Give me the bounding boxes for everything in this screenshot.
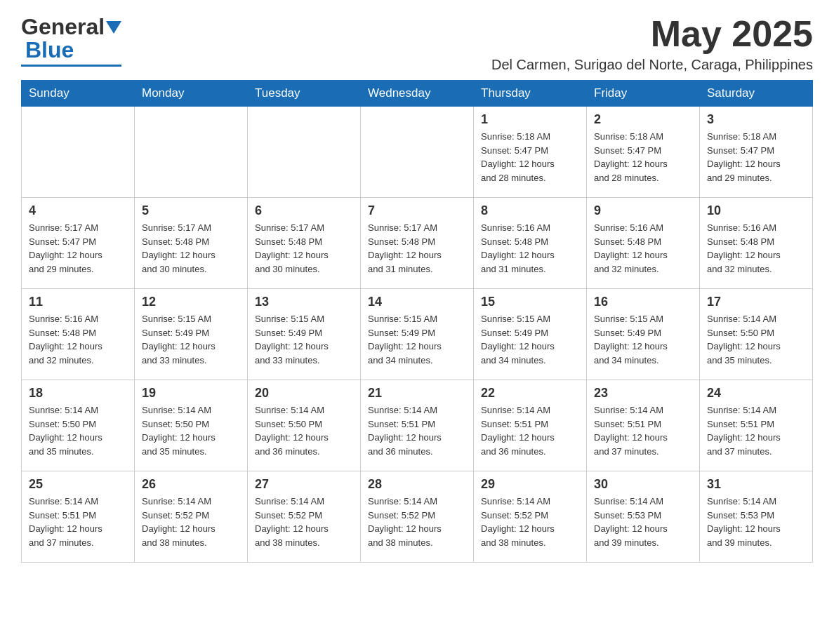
calendar-cell: 2Sunrise: 5:18 AMSunset: 5:47 PMDaylight… bbox=[587, 107, 700, 198]
calendar-cell bbox=[135, 107, 248, 198]
day-info: Sunrise: 5:14 AMSunset: 5:50 PMDaylight:… bbox=[142, 403, 240, 458]
day-number: 29 bbox=[481, 477, 579, 492]
calendar-cell: 21Sunrise: 5:14 AMSunset: 5:51 PMDayligh… bbox=[361, 380, 474, 471]
day-info: Sunrise: 5:17 AMSunset: 5:48 PMDaylight:… bbox=[255, 221, 353, 276]
calendar-header-row: SundayMondayTuesdayWednesdayThursdayFrid… bbox=[22, 81, 813, 107]
day-info: Sunrise: 5:14 AMSunset: 5:51 PMDaylight:… bbox=[368, 403, 466, 458]
day-info: Sunrise: 5:14 AMSunset: 5:52 PMDaylight:… bbox=[368, 495, 466, 549]
day-info: Sunrise: 5:16 AMSunset: 5:48 PMDaylight:… bbox=[29, 312, 127, 367]
day-number: 11 bbox=[29, 295, 127, 309]
day-number: 13 bbox=[255, 295, 353, 309]
day-number: 25 bbox=[29, 477, 127, 492]
calendar-cell: 16Sunrise: 5:15 AMSunset: 5:49 PMDayligh… bbox=[587, 289, 700, 380]
calendar-body: 1Sunrise: 5:18 AMSunset: 5:47 PMDaylight… bbox=[22, 107, 813, 563]
day-info: Sunrise: 5:18 AMSunset: 5:47 PMDaylight:… bbox=[481, 130, 579, 185]
day-number: 19 bbox=[142, 386, 240, 401]
day-info: Sunrise: 5:17 AMSunset: 5:48 PMDaylight:… bbox=[142, 221, 240, 276]
day-number: 15 bbox=[481, 295, 579, 309]
logo-general-text: General bbox=[21, 14, 105, 40]
calendar-day-header: Friday bbox=[587, 81, 700, 107]
calendar-week-row: 4Sunrise: 5:17 AMSunset: 5:47 PMDaylight… bbox=[22, 198, 813, 289]
calendar-cell: 10Sunrise: 5:16 AMSunset: 5:48 PMDayligh… bbox=[700, 198, 813, 289]
day-number: 6 bbox=[255, 203, 353, 218]
day-info: Sunrise: 5:14 AMSunset: 5:52 PMDaylight:… bbox=[142, 495, 240, 549]
day-number: 31 bbox=[707, 477, 805, 492]
day-info: Sunrise: 5:14 AMSunset: 5:52 PMDaylight:… bbox=[481, 495, 579, 549]
calendar-cell: 28Sunrise: 5:14 AMSunset: 5:52 PMDayligh… bbox=[361, 471, 474, 563]
day-info: Sunrise: 5:16 AMSunset: 5:48 PMDaylight:… bbox=[707, 221, 805, 276]
calendar-week-row: 25Sunrise: 5:14 AMSunset: 5:51 PMDayligh… bbox=[22, 471, 813, 563]
day-info: Sunrise: 5:14 AMSunset: 5:51 PMDaylight:… bbox=[29, 495, 127, 549]
calendar-week-row: 1Sunrise: 5:18 AMSunset: 5:47 PMDaylight… bbox=[22, 107, 813, 198]
calendar-cell: 11Sunrise: 5:16 AMSunset: 5:48 PMDayligh… bbox=[22, 289, 135, 380]
calendar-day-header: Thursday bbox=[474, 81, 587, 107]
calendar-cell: 6Sunrise: 5:17 AMSunset: 5:48 PMDaylight… bbox=[248, 198, 361, 289]
day-number: 7 bbox=[368, 203, 466, 218]
svg-marker-0 bbox=[106, 21, 121, 34]
calendar-cell: 5Sunrise: 5:17 AMSunset: 5:48 PMDaylight… bbox=[135, 198, 248, 289]
day-number: 27 bbox=[255, 477, 353, 492]
calendar-cell: 1Sunrise: 5:18 AMSunset: 5:47 PMDaylight… bbox=[474, 107, 587, 198]
logo: General Blue bbox=[21, 14, 121, 67]
calendar-cell: 4Sunrise: 5:17 AMSunset: 5:47 PMDaylight… bbox=[22, 198, 135, 289]
calendar-cell: 25Sunrise: 5:14 AMSunset: 5:51 PMDayligh… bbox=[22, 471, 135, 563]
day-number: 8 bbox=[481, 203, 579, 218]
day-number: 1 bbox=[481, 112, 579, 127]
calendar-cell: 13Sunrise: 5:15 AMSunset: 5:49 PMDayligh… bbox=[248, 289, 361, 380]
day-info: Sunrise: 5:14 AMSunset: 5:50 PMDaylight:… bbox=[255, 403, 353, 458]
page-header: General Blue May 2025 Del Carmen, Suriga… bbox=[21, 14, 813, 73]
day-info: Sunrise: 5:15 AMSunset: 5:49 PMDaylight:… bbox=[594, 312, 692, 367]
day-number: 2 bbox=[594, 112, 692, 127]
calendar-cell: 27Sunrise: 5:14 AMSunset: 5:52 PMDayligh… bbox=[248, 471, 361, 563]
calendar-cell: 17Sunrise: 5:14 AMSunset: 5:50 PMDayligh… bbox=[700, 289, 813, 380]
day-number: 10 bbox=[707, 203, 805, 218]
day-info: Sunrise: 5:15 AMSunset: 5:49 PMDaylight:… bbox=[481, 312, 579, 367]
day-info: Sunrise: 5:18 AMSunset: 5:47 PMDaylight:… bbox=[707, 130, 805, 185]
day-number: 21 bbox=[368, 386, 466, 401]
day-number: 9 bbox=[594, 203, 692, 218]
day-info: Sunrise: 5:14 AMSunset: 5:50 PMDaylight:… bbox=[707, 312, 805, 367]
calendar-cell: 29Sunrise: 5:14 AMSunset: 5:52 PMDayligh… bbox=[474, 471, 587, 563]
calendar-day-header: Monday bbox=[135, 81, 248, 107]
day-info: Sunrise: 5:14 AMSunset: 5:53 PMDaylight:… bbox=[594, 495, 692, 549]
calendar-day-header: Wednesday bbox=[361, 81, 474, 107]
calendar-cell: 7Sunrise: 5:17 AMSunset: 5:48 PMDaylight… bbox=[361, 198, 474, 289]
calendar-cell: 8Sunrise: 5:16 AMSunset: 5:48 PMDaylight… bbox=[474, 198, 587, 289]
day-number: 23 bbox=[594, 386, 692, 401]
main-title: May 2025 bbox=[491, 14, 813, 54]
calendar-cell bbox=[361, 107, 474, 198]
calendar-table: SundayMondayTuesdayWednesdayThursdayFrid… bbox=[21, 80, 813, 563]
day-number: 22 bbox=[481, 386, 579, 401]
calendar-cell: 30Sunrise: 5:14 AMSunset: 5:53 PMDayligh… bbox=[587, 471, 700, 563]
day-info: Sunrise: 5:18 AMSunset: 5:47 PMDaylight:… bbox=[594, 130, 692, 185]
day-info: Sunrise: 5:14 AMSunset: 5:52 PMDaylight:… bbox=[255, 495, 353, 549]
calendar-cell: 24Sunrise: 5:14 AMSunset: 5:51 PMDayligh… bbox=[700, 380, 813, 471]
day-info: Sunrise: 5:14 AMSunset: 5:53 PMDaylight:… bbox=[707, 495, 805, 549]
day-info: Sunrise: 5:15 AMSunset: 5:49 PMDaylight:… bbox=[368, 312, 466, 367]
day-info: Sunrise: 5:14 AMSunset: 5:51 PMDaylight:… bbox=[594, 403, 692, 458]
day-info: Sunrise: 5:16 AMSunset: 5:48 PMDaylight:… bbox=[481, 221, 579, 276]
calendar-cell: 19Sunrise: 5:14 AMSunset: 5:50 PMDayligh… bbox=[135, 380, 248, 471]
day-info: Sunrise: 5:17 AMSunset: 5:48 PMDaylight:… bbox=[368, 221, 466, 276]
day-number: 5 bbox=[142, 203, 240, 218]
calendar-header: SundayMondayTuesdayWednesdayThursdayFrid… bbox=[22, 81, 813, 107]
day-number: 3 bbox=[707, 112, 805, 127]
day-info: Sunrise: 5:14 AMSunset: 5:51 PMDaylight:… bbox=[481, 403, 579, 458]
calendar-cell bbox=[22, 107, 135, 198]
day-number: 24 bbox=[707, 386, 805, 401]
calendar-cell: 31Sunrise: 5:14 AMSunset: 5:53 PMDayligh… bbox=[700, 471, 813, 563]
day-number: 4 bbox=[29, 203, 127, 218]
calendar-cell: 22Sunrise: 5:14 AMSunset: 5:51 PMDayligh… bbox=[474, 380, 587, 471]
day-number: 18 bbox=[29, 386, 127, 401]
day-info: Sunrise: 5:14 AMSunset: 5:50 PMDaylight:… bbox=[29, 403, 127, 458]
day-number: 16 bbox=[594, 295, 692, 309]
calendar-day-header: Sunday bbox=[22, 81, 135, 107]
logo-blue-text: Blue bbox=[25, 37, 74, 63]
title-section: May 2025 Del Carmen, Surigao del Norte, … bbox=[491, 14, 813, 73]
day-number: 17 bbox=[707, 295, 805, 309]
day-info: Sunrise: 5:15 AMSunset: 5:49 PMDaylight:… bbox=[142, 312, 240, 367]
day-info: Sunrise: 5:17 AMSunset: 5:47 PMDaylight:… bbox=[29, 221, 127, 276]
calendar-day-header: Tuesday bbox=[248, 81, 361, 107]
logo-triangle-icon bbox=[106, 21, 121, 36]
calendar-week-row: 11Sunrise: 5:16 AMSunset: 5:48 PMDayligh… bbox=[22, 289, 813, 380]
